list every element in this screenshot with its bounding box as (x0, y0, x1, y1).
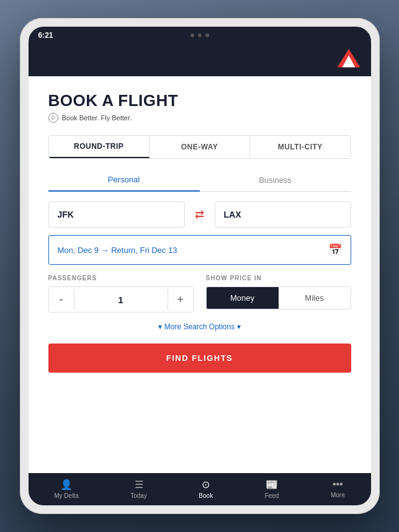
passenger-count: 1 (74, 290, 168, 310)
tab-personal[interactable]: Personal (48, 169, 200, 192)
options-row: PASSENGERS - 1 + SHOW PRICE IN Money Mil… (48, 275, 351, 313)
main-content: BOOK A FLIGHT © Book Better. Fly Better.… (29, 76, 371, 473)
my-delta-icon: 👤 (60, 479, 73, 490)
bottom-nav: 👤 My Delta ☰ Today ⊙ Book 📰 Feed ••• Mor… (29, 473, 371, 505)
book-icon: ⊙ (202, 479, 210, 490)
destination-input[interactable] (215, 202, 351, 228)
tablet-frame: 6:21 BOOK A FLIGHT © Book Better. Fly Be… (20, 18, 380, 514)
passengers-label: PASSENGERS (48, 275, 194, 282)
tablet-screen: 6:21 BOOK A FLIGHT © Book Better. Fly Be… (29, 27, 371, 505)
dot-3 (205, 33, 209, 37)
tagline-icon: © (48, 113, 58, 123)
dot-1 (191, 33, 194, 37)
status-dots (191, 33, 209, 37)
nav-today-label: Today (130, 492, 147, 499)
price-section: SHOW PRICE IN Money Miles (206, 275, 351, 309)
price-toggle: Money Miles (206, 286, 351, 309)
price-money-button[interactable]: Money (207, 287, 279, 309)
feed-icon: 📰 (266, 479, 278, 490)
account-tabs: Personal Business (48, 169, 351, 192)
nav-more[interactable]: ••• More (331, 479, 345, 499)
calendar-icon: 📅 (328, 243, 342, 257)
nav-my-delta-label: My Delta (54, 492, 78, 499)
swap-icon: ⇄ (195, 208, 204, 221)
today-icon: ☰ (135, 479, 143, 490)
delta-logo-icon (336, 47, 361, 71)
nav-feed[interactable]: 📰 Feed (265, 479, 279, 499)
page-title: BOOK A FLIGHT (48, 91, 351, 110)
swap-button[interactable]: ⇄ (190, 205, 210, 224)
brand-header (29, 44, 371, 76)
more-options-label: More Search Options (164, 322, 235, 331)
tab-multi-city[interactable]: MULTI-CITY (250, 136, 350, 158)
origin-input[interactable] (48, 202, 185, 228)
tab-round-trip[interactable]: ROUND-TRIP (49, 136, 150, 158)
chevron-down-icon-right: ▾ (237, 322, 241, 331)
route-row: ⇄ (48, 202, 351, 228)
tagline: © Book Better. Fly Better. (48, 113, 351, 123)
tagline-text: Book Better. Fly Better. (62, 114, 132, 122)
nav-more-label: More (331, 492, 345, 499)
more-search-options[interactable]: ▾ More Search Options ▾ (48, 322, 351, 331)
status-time: 6:21 (38, 31, 53, 40)
nav-today[interactable]: ☰ Today (130, 479, 147, 499)
passengers-section: PASSENGERS - 1 + (48, 275, 194, 313)
date-picker[interactable]: Mon, Dec 9 → Return, Fri Dec 13 📅 (48, 235, 351, 265)
more-icon: ••• (333, 479, 343, 490)
tab-one-way[interactable]: ONE-WAY (150, 136, 250, 158)
chevron-down-icon: ▾ (158, 322, 162, 331)
dot-2 (198, 33, 202, 37)
nav-book-label: Book (199, 492, 213, 499)
passenger-stepper: - 1 + (48, 286, 194, 313)
find-flights-button[interactable]: FIND FLIGHTS (48, 344, 351, 373)
nav-feed-label: Feed (265, 492, 279, 499)
date-display: Mon, Dec 9 → Return, Fri Dec 13 (58, 246, 328, 255)
trip-type-tabs: ROUND-TRIP ONE-WAY MULTI-CITY (48, 135, 351, 159)
nav-book[interactable]: ⊙ Book (199, 479, 213, 499)
nav-my-delta[interactable]: 👤 My Delta (54, 479, 78, 499)
price-label: SHOW PRICE IN (206, 275, 351, 282)
tab-business[interactable]: Business (200, 169, 351, 191)
price-miles-button[interactable]: Miles (279, 287, 351, 309)
status-bar: 6:21 (29, 27, 371, 44)
increment-passengers-button[interactable]: + (168, 287, 193, 312)
decrement-passengers-button[interactable]: - (49, 287, 74, 312)
